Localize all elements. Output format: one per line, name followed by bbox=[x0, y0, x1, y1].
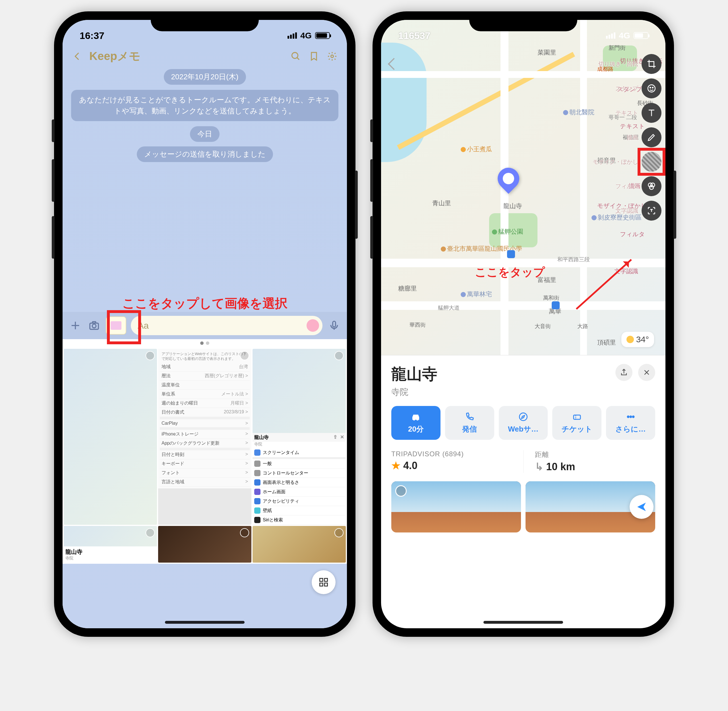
chat-header: Keepメモ bbox=[62, 46, 347, 67]
svg-rect-11 bbox=[325, 583, 328, 586]
search-icon[interactable] bbox=[289, 50, 302, 62]
metro-station-icon[interactable] bbox=[552, 301, 560, 309]
bookmark-icon[interactable] bbox=[308, 50, 320, 62]
gear-icon[interactable] bbox=[326, 50, 338, 62]
back-icon[interactable] bbox=[71, 50, 84, 62]
map-pin[interactable] bbox=[493, 163, 524, 193]
svg-rect-7 bbox=[333, 321, 335, 327]
place-category: 寺院 bbox=[391, 386, 655, 398]
more-button[interactable]: さらに… bbox=[606, 406, 655, 440]
car-icon bbox=[411, 412, 421, 422]
select-circle[interactable] bbox=[146, 351, 155, 360]
divider bbox=[523, 450, 524, 473]
device-notch bbox=[469, 11, 577, 31]
svg-rect-10 bbox=[320, 583, 323, 586]
input-bar: Aa bbox=[62, 312, 347, 339]
select-circle[interactable] bbox=[334, 528, 344, 537]
draw-button[interactable]: 描画 bbox=[642, 127, 662, 147]
gallery-thumb[interactable] bbox=[64, 349, 157, 525]
battery-icon bbox=[315, 32, 330, 39]
annotation-box bbox=[107, 310, 141, 344]
device-notch bbox=[151, 11, 259, 31]
signal-icon bbox=[288, 32, 297, 39]
compass-icon bbox=[518, 412, 529, 422]
svg-point-2 bbox=[331, 55, 334, 58]
chat-title: Keepメモ bbox=[89, 48, 140, 64]
call-button[interactable]: 発信 bbox=[445, 406, 494, 440]
camera-icon[interactable] bbox=[87, 319, 101, 333]
weather-badge[interactable]: 34° bbox=[622, 332, 654, 347]
select-circle[interactable] bbox=[395, 485, 407, 497]
battery-icon bbox=[633, 32, 648, 39]
network-label: 4G bbox=[300, 31, 312, 40]
stamp-button[interactable]: スタンプ bbox=[642, 78, 662, 98]
gallery-thumb[interactable]: 龍山寺 寺院 bbox=[64, 526, 157, 563]
svg-point-0 bbox=[292, 52, 298, 58]
photo-gallery[interactable]: アプリケーションとWebサイトは、このリストの下で対応している最初の言語で表示さ… bbox=[62, 348, 347, 564]
svg-rect-9 bbox=[325, 578, 328, 582]
ocr-button[interactable]: 文字認識 bbox=[642, 201, 662, 221]
directions-button[interactable]: 20分 bbox=[391, 406, 440, 440]
annotation-box bbox=[638, 148, 666, 176]
unsent-pill: メッセージの送信を取り消しました bbox=[137, 146, 273, 162]
svg-point-27 bbox=[627, 416, 629, 417]
gallery-thumb[interactable]: アプリケーションとWebサイトは、このリストの下で対応している最初の言語で表示さ… bbox=[158, 349, 251, 525]
chat-body[interactable] bbox=[62, 164, 347, 295]
ticket-icon bbox=[572, 412, 582, 422]
website-button[interactable]: Webサ… bbox=[499, 406, 548, 440]
place-detail-card[interactable]: 龍山寺 寺院 20分 発信 Webサ… bbox=[381, 356, 666, 541]
metro-station-icon[interactable] bbox=[507, 250, 515, 258]
svg-rect-25 bbox=[574, 415, 580, 419]
svg-point-13 bbox=[650, 87, 651, 88]
svg-point-19 bbox=[650, 185, 654, 189]
route-icon: ↳ bbox=[535, 461, 543, 473]
status-time: 16:37 bbox=[80, 30, 104, 41]
sun-icon bbox=[626, 336, 634, 343]
grid-fab[interactable] bbox=[312, 570, 335, 594]
network-label: 4G bbox=[619, 31, 630, 40]
photo-strip[interactable] bbox=[391, 481, 655, 533]
map-canvas[interactable]: 菜園里 新門街 成都路 切り抜き・回転 長砂街 スタンプ 朝北醫院 萼哥一 二段… bbox=[381, 20, 666, 356]
send-button[interactable] bbox=[630, 495, 654, 519]
page-indicator bbox=[62, 339, 347, 348]
distance-block: 距離 ↳10 km bbox=[535, 450, 656, 473]
svg-line-1 bbox=[297, 58, 300, 60]
select-circle[interactable] bbox=[334, 351, 344, 360]
gallery-thumb[interactable] bbox=[158, 526, 251, 563]
plus-icon[interactable] bbox=[68, 319, 83, 333]
svg-point-6 bbox=[92, 324, 96, 328]
annotation-text: ここをタップして画像を選択 bbox=[62, 295, 347, 312]
filter-button[interactable]: フィルタ bbox=[642, 176, 662, 196]
svg-point-12 bbox=[648, 85, 655, 92]
share-button[interactable] bbox=[616, 364, 632, 381]
more-icon bbox=[626, 412, 636, 422]
svg-point-28 bbox=[630, 416, 632, 417]
text-button[interactable]: テキスト bbox=[642, 103, 662, 123]
place-photo[interactable] bbox=[391, 481, 521, 533]
sticker-icon[interactable] bbox=[307, 319, 319, 332]
close-button[interactable] bbox=[638, 364, 655, 381]
gallery-thumb[interactable]: 龍山寺⇧✕ 寺院 スクリーンタイム 一般 コントロールセンター 画面表示と明るさ… bbox=[253, 349, 346, 525]
home-indicator[interactable] bbox=[483, 621, 563, 624]
svg-rect-8 bbox=[320, 578, 323, 582]
signal-icon bbox=[606, 32, 616, 39]
mic-icon[interactable] bbox=[327, 319, 341, 333]
message-input[interactable]: Aa bbox=[131, 316, 322, 335]
home-indicator[interactable] bbox=[165, 621, 245, 624]
svg-point-22 bbox=[413, 419, 415, 420]
gallery-thumb[interactable] bbox=[253, 526, 346, 563]
select-circle[interactable] bbox=[240, 351, 249, 360]
select-circle[interactable] bbox=[240, 528, 249, 537]
crop-rotate-button[interactable]: 切り抜き・回転 bbox=[642, 54, 662, 74]
tickets-button[interactable]: チケット bbox=[552, 406, 601, 440]
select-circle[interactable] bbox=[146, 528, 155, 537]
date-pill: 2022年10月20日(木) bbox=[164, 69, 246, 85]
markup-toolbar: 切り抜き・回転 スタンプ テキスト 描画 モザイク・ぼかし フィルタ 文字認識 bbox=[642, 54, 662, 221]
svg-point-29 bbox=[632, 416, 634, 417]
svg-point-14 bbox=[652, 87, 653, 88]
rating-block[interactable]: TRIPADVISOR (6894) ★4.0 bbox=[391, 450, 512, 473]
phone-icon bbox=[464, 412, 475, 422]
star-icon: ★ bbox=[391, 460, 400, 472]
status-time: 116537 bbox=[398, 30, 430, 41]
today-pill: 今日 bbox=[190, 126, 220, 142]
